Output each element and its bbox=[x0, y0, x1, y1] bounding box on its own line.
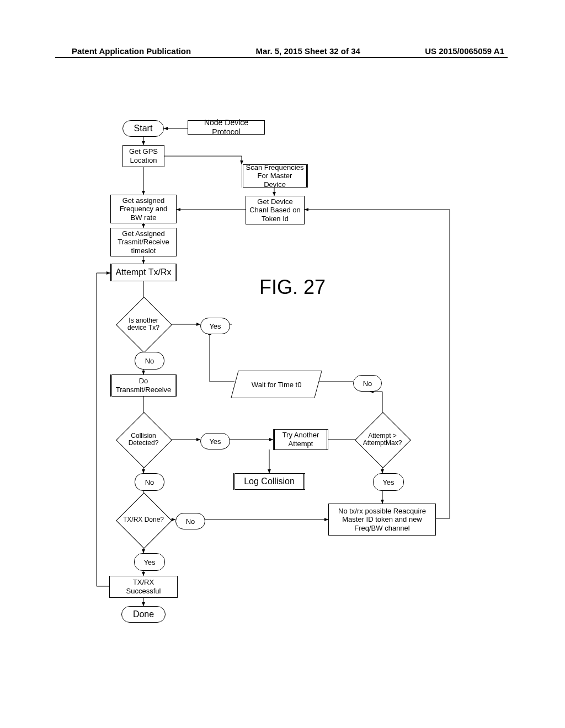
txrx-done-decision: TX/RX Done? bbox=[116, 501, 171, 539]
try-another-attempt-box: Try Another Attempt bbox=[273, 429, 328, 450]
get-gps-box: Get GPS Location bbox=[122, 145, 164, 167]
attempt-txrx-box: Attempt Tx/Rx bbox=[110, 264, 177, 281]
header-left: Patent Application Publication bbox=[72, 46, 191, 56]
scan-frequencies-box: Scan Frequencies For Master Device bbox=[242, 164, 308, 188]
header-divider bbox=[55, 57, 508, 58]
no-pill-1: No bbox=[135, 352, 164, 370]
log-collision-box: Log Collision bbox=[233, 473, 305, 490]
no-pill-max: No bbox=[353, 375, 382, 392]
done-terminator: Done bbox=[121, 606, 166, 623]
collision-detected-decision: Collision Detected? bbox=[116, 420, 171, 459]
attempt-max-decision: Attempt > AttemptMax? bbox=[355, 420, 410, 459]
no-txrx-possible-box: No tx/rx possible Reacquire Master ID to… bbox=[328, 504, 436, 536]
get-device-chanl-box: Get Device Chanl Based on Token Id bbox=[246, 196, 305, 224]
start-terminator: Start bbox=[122, 120, 164, 137]
yes-pill-1: Yes bbox=[200, 318, 230, 334]
figure-label: FIG. 27 bbox=[259, 276, 326, 299]
txrx-successful-box: TX/RX Successful bbox=[109, 576, 178, 598]
flowchart-connectors bbox=[0, 0, 565, 728]
header-right: US 2015/0065059 A1 bbox=[425, 46, 504, 56]
yes-pill-2: Yes bbox=[200, 433, 230, 449]
no-pill-3: No bbox=[175, 513, 205, 529]
no-pill-2: No bbox=[135, 473, 164, 491]
do-transmit-receive-box: Do Transmit/Receive bbox=[110, 374, 177, 397]
header-center: Mar. 5, 2015 Sheet 32 of 34 bbox=[256, 46, 360, 56]
wait-for-time-parallelogram: Wait for Time t0 bbox=[231, 371, 322, 398]
get-assigned-timeslot-box: Get Assigned Trasmit/Receive timeslot bbox=[110, 228, 177, 256]
node-device-protocol-box: Node Device Protocol bbox=[188, 120, 265, 135]
yes-pill-max: Yes bbox=[373, 473, 404, 491]
yes-pill-3: Yes bbox=[134, 553, 165, 571]
page-header: Patent Application Publication Mar. 5, 2… bbox=[0, 46, 565, 56]
get-assigned-freq-box: Get assigned Frequency and BW rate bbox=[110, 195, 177, 223]
is-another-device-tx-decision: Is another device Tx? bbox=[116, 305, 171, 344]
